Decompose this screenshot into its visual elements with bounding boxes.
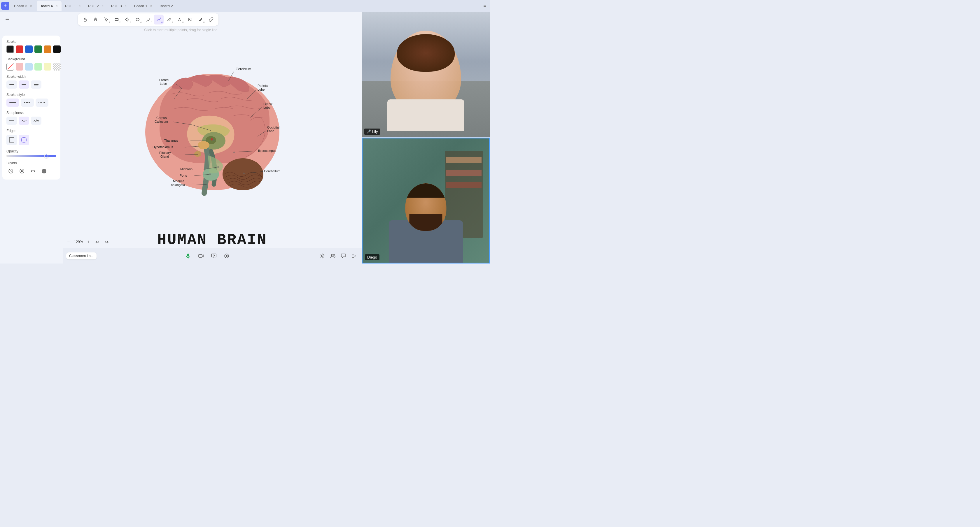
tab-board4-close[interactable]: × <box>54 4 59 8</box>
edge-round[interactable] <box>19 135 29 145</box>
svg-text:Corpus: Corpus <box>156 116 167 119</box>
svg-point-61 <box>243 173 245 174</box>
stroke-color-red[interactable] <box>16 46 23 53</box>
tab-board2[interactable]: Board 2 <box>157 1 176 11</box>
video-feed-diego: Diego <box>362 138 490 264</box>
tab-pdf3[interactable]: PDF 3 × <box>108 1 130 11</box>
stroke-style-dashed[interactable] <box>21 98 34 107</box>
classroom-label[interactable]: Classroom La... <box>66 252 97 259</box>
hint-bar: Click to start multiple points, drag for… <box>0 27 362 33</box>
zoom-out-button[interactable]: − <box>65 238 72 245</box>
layer-btn-3[interactable] <box>29 167 37 175</box>
edges-section: Edges <box>6 129 56 145</box>
tool-image[interactable] <box>185 14 195 24</box>
svg-point-11 <box>21 170 23 172</box>
tab-pdf2[interactable]: PDF 2 × <box>85 1 108 11</box>
background-label: Background <box>6 57 56 61</box>
tool-line[interactable]: 5 <box>143 14 153 24</box>
tab-board3[interactable]: Board 3 × <box>11 1 36 11</box>
svg-text:Pituitary: Pituitary <box>159 151 171 154</box>
stroke-color-green[interactable] <box>34 46 42 53</box>
tool-diamond[interactable]: 3 <box>122 14 132 24</box>
svg-point-70 <box>213 255 215 256</box>
layer-btn-2[interactable] <box>18 167 26 175</box>
bg-pink[interactable] <box>16 63 23 71</box>
tab-overflow-button[interactable]: ≡ <box>480 2 489 10</box>
sidebar-toggle-button[interactable]: ☰ <box>2 14 12 24</box>
zoom-in-button[interactable]: + <box>85 238 92 245</box>
stroke-style-dotted[interactable] <box>36 98 48 107</box>
svg-point-73 <box>321 255 323 257</box>
tab-board1[interactable]: Board 1 × <box>131 1 156 11</box>
tab-board4[interactable]: Board 4 × <box>37 1 62 11</box>
sloppiness-high[interactable] <box>31 117 41 125</box>
layer-btn-1[interactable] <box>6 167 15 175</box>
stroke-width-thin[interactable] <box>6 81 17 89</box>
tab-pdf1-close[interactable]: × <box>78 4 82 8</box>
bg-blue[interactable] <box>25 63 33 71</box>
stroke-style-solid[interactable] <box>6 98 19 107</box>
undo-button[interactable]: ↩ <box>93 238 101 246</box>
stroke-width-thick[interactable] <box>31 81 41 89</box>
tab-pdf3-close[interactable]: × <box>124 4 128 8</box>
tab-pdf2-close[interactable]: × <box>100 4 105 8</box>
tool-select[interactable]: 1 <box>101 14 111 24</box>
bg-green[interactable] <box>34 63 42 71</box>
tool-text[interactable]: A 8 <box>175 14 185 24</box>
bg-yellow[interactable] <box>44 63 51 71</box>
svg-rect-1 <box>115 19 118 21</box>
sloppiness-none[interactable] <box>6 117 17 125</box>
sidebar-menu-area: ☰ <box>0 14 63 24</box>
hint-text: Click to start multiple points, drag for… <box>145 28 218 32</box>
settings-button[interactable] <box>318 252 327 260</box>
tab-board1-close[interactable]: × <box>149 4 153 8</box>
svg-point-72 <box>226 255 228 257</box>
tab-board3-close[interactable]: × <box>29 4 33 8</box>
svg-text:Hippocampus: Hippocampus <box>257 149 277 152</box>
svg-point-16 <box>211 138 213 140</box>
redo-button[interactable]: ↪ <box>102 238 111 246</box>
stroke-style-row <box>6 98 56 107</box>
record-button[interactable] <box>221 251 232 261</box>
stroke-color-dark[interactable] <box>53 46 60 53</box>
tool-ellipse[interactable]: 4 <box>133 14 143 24</box>
tool-eraser[interactable]: 0 <box>196 14 205 24</box>
brain-diagram: Cerebrum Frontal Lobe Parietal Lobe <box>107 42 317 240</box>
edge-sharp[interactable] <box>6 135 17 145</box>
canvas-area[interactable]: Cerebrum Frontal Lobe Parietal Lobe <box>63 33 362 264</box>
stroke-width-medium[interactable] <box>19 81 29 89</box>
screen-share-button[interactable] <box>208 251 219 261</box>
svg-text:Pons: Pons <box>180 174 187 177</box>
layer-btn-4[interactable] <box>40 167 48 175</box>
new-tab-button[interactable]: + <box>1 2 10 10</box>
tool-link[interactable] <box>206 14 216 24</box>
tab-pdf1-label: PDF 1 <box>65 4 76 8</box>
tool-lock[interactable] <box>80 14 90 24</box>
svg-rect-64 <box>187 254 189 257</box>
svg-point-2 <box>136 18 139 21</box>
stroke-color-black[interactable] <box>6 46 14 53</box>
svg-point-17 <box>223 158 263 190</box>
stroke-color-orange[interactable] <box>44 46 51 53</box>
svg-text:Lobe: Lobe <box>258 88 264 91</box>
tab-pdf1[interactable]: PDF 1 × <box>62 1 84 11</box>
stroke-color-blue[interactable] <box>25 46 33 53</box>
camera-button[interactable] <box>196 251 206 261</box>
tool-pencil[interactable]: 7 <box>164 14 174 24</box>
chat-button[interactable] <box>339 252 348 260</box>
sloppiness-medium[interactable] <box>19 117 29 125</box>
layers-row <box>6 167 56 175</box>
bg-transparent[interactable] <box>6 63 14 71</box>
leave-button[interactable] <box>349 252 358 260</box>
people-button[interactable] <box>328 252 337 260</box>
tool-pen[interactable]: 6 <box>154 14 164 24</box>
tool-rectangle[interactable]: 2 <box>112 14 122 24</box>
mic-button[interactable] <box>183 251 193 261</box>
opacity-slider[interactable] <box>6 155 56 157</box>
opacity-section: Opacity <box>6 149 56 157</box>
tool-hand[interactable] <box>91 14 100 24</box>
svg-text:Limbic: Limbic <box>263 102 273 106</box>
stroke-section: Stroke <box>6 40 56 53</box>
bg-checker[interactable] <box>53 63 60 71</box>
tab-pdf3-label: PDF 3 <box>111 4 122 8</box>
